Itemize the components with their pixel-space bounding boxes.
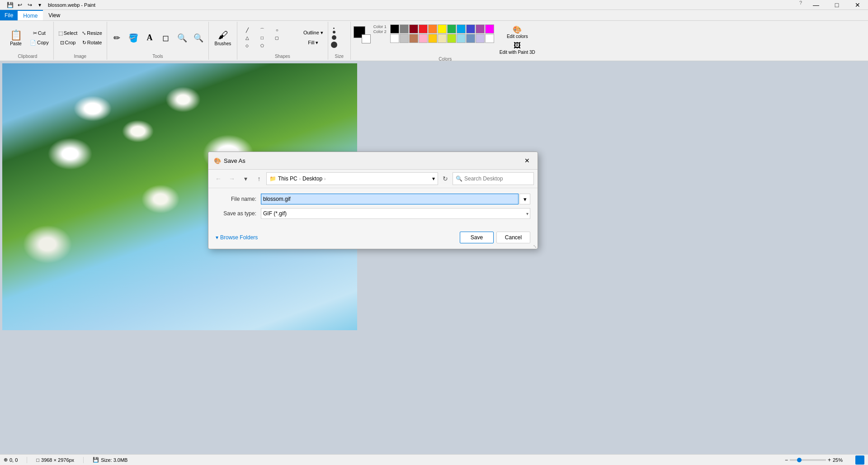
shape-triangle-btn[interactable]: △ <box>240 34 255 42</box>
maximize-btn[interactable]: □ <box>826 0 847 10</box>
outline-btn[interactable]: Outline ▾ <box>302 28 325 38</box>
shape-diamond-btn[interactable]: ◇ <box>240 42 255 49</box>
color-pink[interactable] <box>419 34 428 43</box>
color-gray[interactable] <box>400 24 409 33</box>
color-lightgray[interactable] <box>400 34 409 43</box>
qat-redo-btn[interactable]: ↪ <box>25 0 34 9</box>
fill-icon: 🪣 <box>128 33 138 43</box>
color-yellow[interactable] <box>438 24 447 33</box>
zoom-out-btn[interactable]: − <box>785 457 788 463</box>
eyedropper-btn[interactable]: 🔍 <box>175 32 189 44</box>
ribbon-group-shapes: ╱ ⌒ ○ △ □ ▢ ◇ ⬠ Outline ▾ Fill ▾ <box>237 22 328 60</box>
help-icon: ? <box>799 0 802 10</box>
close-btn[interactable]: ✕ <box>847 0 868 10</box>
select-btn[interactable]: ⬚ Select <box>57 28 80 38</box>
dialog-search-box[interactable]: 🔍 <box>453 172 534 185</box>
color-gold[interactable] <box>428 34 437 43</box>
shape-pentagon-btn[interactable]: ⬠ <box>255 42 269 49</box>
nav-up-btn[interactable]: ↑ <box>253 172 265 185</box>
dialog-breadcrumb[interactable]: 📁 This PC › Desktop › ▾ <box>266 172 438 185</box>
shape-line-btn[interactable]: ╱ <box>240 27 255 34</box>
nav-back-btn[interactable]: ← <box>212 172 225 185</box>
color-black[interactable] <box>390 24 399 33</box>
cancel-button[interactable]: Cancel <box>496 232 530 243</box>
color-cyan[interactable] <box>457 24 466 33</box>
color-blue[interactable] <box>466 24 475 33</box>
ribbon-group-image: ⬚ Select ⊡ Crop ⤡ Resize <box>54 22 107 60</box>
shape-round-rect-btn[interactable]: ▢ <box>270 34 284 42</box>
dialog-close-btn[interactable]: ✕ <box>522 156 532 166</box>
coordinates-value: 0, 0 <box>9 457 18 463</box>
rotate-icon: ↻ <box>82 40 86 46</box>
magnifier-btn[interactable]: 🔍 <box>191 32 206 44</box>
paste-btn[interactable]: 📋 Paste <box>5 24 27 52</box>
shape-ellipse-btn[interactable]: ○ <box>270 27 284 34</box>
color-darkred[interactable] <box>409 24 418 33</box>
select-icon: ⬚ <box>58 30 63 36</box>
ribbon-group-brushes: 🖌 Brushes <box>209 22 237 60</box>
qat-dropdown-btn[interactable]: ▾ <box>35 0 44 9</box>
color-magenta[interactable] <box>485 24 494 33</box>
nav-forward-btn[interactable]: → <box>226 172 238 185</box>
color-purple[interactable] <box>476 24 485 33</box>
fill-shape-btn[interactable]: Fill ▾ <box>302 38 325 47</box>
shape-curve-btn[interactable]: ⌒ <box>255 27 269 34</box>
browse-folders-label: Browse Folders <box>220 234 258 241</box>
cut-btn[interactable]: ✂ Cut <box>28 28 51 38</box>
color-orange[interactable] <box>428 24 437 33</box>
crop-btn[interactable]: ⊡ Crop <box>57 38 80 47</box>
fill-btn[interactable]: 🪣 <box>126 32 141 44</box>
color-cream[interactable] <box>438 34 447 43</box>
pencil-btn[interactable]: ✏ <box>110 32 124 44</box>
filename-row: File name: ▾ <box>216 194 530 204</box>
nav-recent-btn[interactable]: ▾ <box>239 172 252 185</box>
breadcrumb-sep2: › <box>324 176 326 181</box>
title-bar: 💾 ↩ ↪ ▾ blossom.webp - Paint ? — □ ✕ <box>0 0 868 10</box>
qat-save-btn[interactable]: 💾 <box>5 0 14 9</box>
nav-refresh-btn[interactable]: ↻ <box>439 172 452 185</box>
save-button[interactable]: Save <box>460 232 494 243</box>
breadcrumb-sep1: › <box>299 176 301 181</box>
filename-dropdown-btn[interactable]: ▾ <box>519 194 530 204</box>
text-btn[interactable]: A <box>142 32 157 43</box>
filename-input[interactable] <box>261 194 519 204</box>
tab-view[interactable]: View <box>43 10 66 20</box>
copy-btn[interactable]: 📄 Copy <box>28 38 51 47</box>
title-bar-controls: ? — □ ✕ <box>799 0 868 10</box>
color-steelblue[interactable] <box>466 34 475 43</box>
size-icon: 💾 <box>93 457 99 463</box>
dialog-title-bar: 🎨 Save As ✕ <box>208 152 538 170</box>
qat-undo-btn[interactable]: ↩ <box>15 0 24 9</box>
dimensions-icon: □ <box>36 457 39 463</box>
search-input[interactable] <box>464 176 531 182</box>
color-red[interactable] <box>419 24 428 33</box>
browse-folders-btn[interactable]: ▾ Browse Folders <box>216 234 258 241</box>
color-white[interactable] <box>390 34 399 43</box>
color-white2[interactable] <box>485 34 494 43</box>
color2-label: Color 2 <box>373 29 387 34</box>
zoom-slider[interactable] <box>790 459 826 461</box>
dialog-title: Save As <box>224 157 245 164</box>
color-brown[interactable] <box>409 34 418 43</box>
zoom-in-btn[interactable]: + <box>828 457 831 463</box>
eraser-btn[interactable]: ◻ <box>159 32 173 44</box>
brushes-btn[interactable]: 🖌 Brushes <box>212 24 234 52</box>
saveastype-select[interactable]: BMP (*.bmp; *.dib) JPEG (*.jpg; *.jpeg; … <box>261 208 530 219</box>
breadcrumb-dropdown[interactable]: ▾ <box>432 176 435 182</box>
edit-paint3d-btn[interactable]: 🖼 Edit with Paint 3D <box>498 41 537 56</box>
color-lightblue[interactable] <box>457 34 466 43</box>
color-green[interactable] <box>447 24 456 33</box>
resize-handle[interactable]: ⤡ <box>532 243 538 249</box>
color-lime[interactable] <box>447 34 456 43</box>
minimize-btn[interactable]: — <box>806 0 826 10</box>
tab-file[interactable]: File <box>0 10 18 20</box>
color-lavender[interactable] <box>476 34 485 43</box>
edit-colors-btn[interactable]: 🎨 Edit colors <box>498 24 537 40</box>
dialog-body: File name: ▾ Save as type: BMP (*.bmp; *… <box>208 188 538 228</box>
shape-rect-btn[interactable]: □ <box>255 34 269 42</box>
rotate-btn[interactable]: ↻ Rotate <box>80 38 104 47</box>
resize-btn[interactable]: ⤡ Resize <box>80 28 104 38</box>
color2-swatch[interactable] <box>362 34 371 43</box>
ribbon-group-tools: ✏ 🪣 A ◻ 🔍 🔍 Tools <box>107 22 209 60</box>
tab-home[interactable]: Home <box>18 10 43 20</box>
